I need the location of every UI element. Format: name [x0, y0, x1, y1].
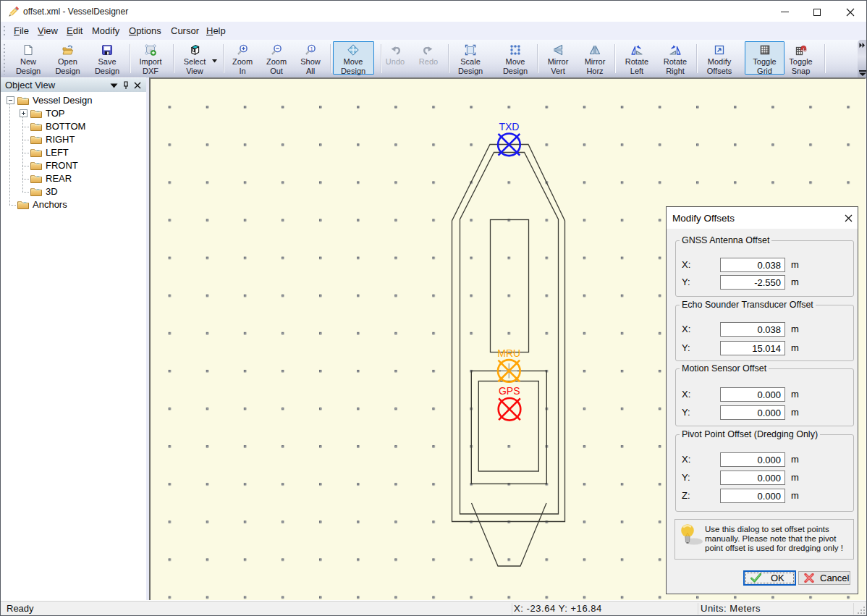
svg-text:GPS: GPS	[499, 385, 520, 397]
svg-text:MRU: MRU	[497, 347, 520, 359]
svg-text:TXD: TXD	[499, 121, 519, 132]
svg-text:1: 1	[310, 46, 313, 52]
